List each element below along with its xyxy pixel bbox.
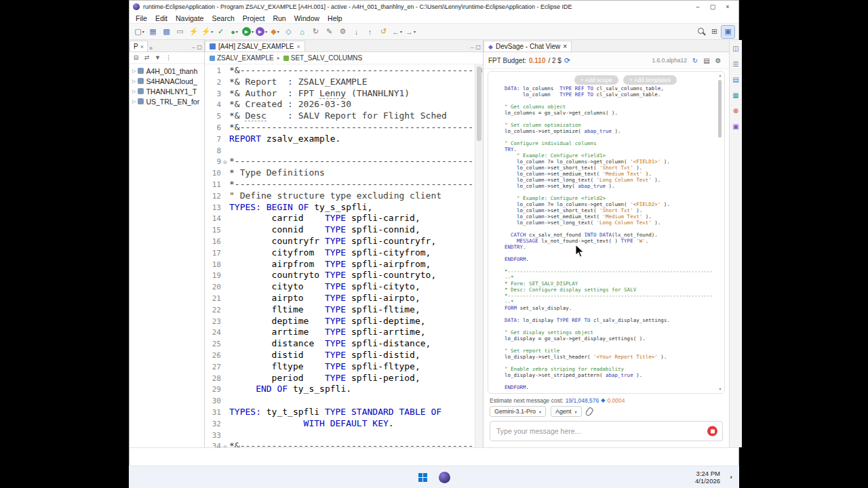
menu-file[interactable]: File [132, 14, 151, 22]
menu-help[interactable]: Help [323, 14, 347, 22]
tab-zsalv-example[interactable]: [A4H] ZSALV_EXAMPLE × [205, 41, 305, 52]
toggle-occurrences-button[interactable]: ⚙ [336, 26, 349, 38]
code-line[interactable]: 9⊖*-------------------------------------… [205, 156, 475, 167]
outline-view-icon[interactable]: ☰ [731, 59, 741, 69]
new-abap-object-button[interactable]: ◆▾ [269, 26, 281, 38]
save-button[interactable]: ▦ [146, 26, 159, 38]
problems-view-icon[interactable]: ⊗ [731, 106, 741, 116]
code-line[interactable]: 22 fltime TYPE spfli-fltime, [205, 304, 475, 316]
menu-window[interactable]: Window [290, 14, 323, 22]
settings-icon[interactable]: ⚙ [713, 54, 724, 66]
code-line[interactable]: 24 arrtime TYPE spfli-arrtime, [205, 327, 475, 338]
code-line[interactable]: 32 WITH DEFAULT KEY. [205, 418, 475, 430]
code-line[interactable]: 30 [205, 395, 475, 407]
add-scope-button[interactable]: + Add scope [574, 75, 618, 85]
filter-icon[interactable]: ▼ [153, 53, 163, 62]
maximize-button[interactable]: ▢ [705, 3, 720, 10]
run-button[interactable]: ▶▾ [241, 26, 254, 38]
code-line[interactable]: 17 cityfrom TYPE spfli-cityfrom, [205, 247, 475, 259]
notification-tray-icon[interactable]: ◗ [730, 474, 733, 481]
code-line[interactable]: 14 carrid TYPE spfli-carrid, [205, 213, 475, 224]
code-line[interactable]: 1 *&------------------------------------… [205, 65, 475, 77]
tab-project-explorer[interactable]: P × [130, 41, 148, 52]
activate-button[interactable]: ⚡ [187, 26, 200, 38]
previous-annotation-button[interactable]: ↑ [363, 26, 376, 38]
scrollbar-thumb[interactable] [477, 66, 481, 141]
code-line[interactable]: 31 TYPES: ty_t_spfli TYPE STANDARD TABLE… [205, 407, 475, 418]
close-button[interactable]: × [720, 3, 735, 10]
abap-perspective-button[interactable]: ▣ [722, 26, 734, 38]
code-line[interactable]: 3 *& Author : FPT Lenny (THANHLNY1) [205, 88, 475, 100]
minimize-view-icon[interactable]: – [192, 44, 195, 50]
breadcrumb-item-form[interactable]: SET_SALV_COLUMNS [283, 54, 362, 62]
maximize-view-icon[interactable]: ▢ [475, 44, 481, 50]
expand-arrow-icon[interactable]: ▷ [132, 89, 136, 94]
message-input[interactable] [490, 421, 723, 441]
code-line[interactable]: 27 fltype TYPE spfli-fltype, [205, 361, 475, 373]
tab-devsage-chat[interactable]: ◆ DevSage - Chat View × [484, 41, 572, 52]
code-line[interactable]: 10 * Type Definitions [205, 167, 475, 179]
mass-activate-button[interactable]: ⚡▾ [201, 26, 214, 38]
back-button[interactable]: ←▾ [391, 26, 403, 38]
code-line[interactable]: 8 [205, 145, 475, 157]
scroll-up-icon[interactable]: ▴ [717, 73, 723, 78]
expand-arrow-icon[interactable]: ▷ [132, 68, 136, 74]
tree-item-project[interactable]: ▷S4HANACloud_ [130, 76, 204, 86]
code-line[interactable]: 7 REPORT zsalv_example. [205, 134, 475, 145]
code-line[interactable]: 33 [205, 430, 475, 441]
code-line[interactable]: 16 countryfr TYPE spfli-countryfr, [205, 236, 475, 247]
debug-button[interactable]: ●▾ [228, 26, 241, 38]
minimize-view-icon[interactable]: – [471, 44, 473, 50]
code-line[interactable]: 5 *& Desc : SALV Report for Flight Sched [205, 110, 475, 122]
stop-button[interactable] [707, 426, 717, 436]
close-icon[interactable]: × [140, 43, 144, 50]
windows-start-button[interactable] [418, 473, 427, 482]
model-selector[interactable]: Gemini-3.1-Pro ▾ [490, 406, 546, 417]
code-line[interactable]: 6 *&------------------------------------… [205, 122, 475, 134]
code-line[interactable]: 23 deptime TYPE spfli-deptime, [205, 316, 475, 327]
tree-item-project[interactable]: ▷THANHLNY1_T [130, 86, 204, 96]
attach-file-icon[interactable] [585, 406, 594, 416]
taskbar-clock[interactable]: 3:24 PM 4/1/2026 [695, 470, 720, 485]
refresh-button[interactable]: ↻ [309, 26, 322, 38]
open-perspective-button[interactable]: ⊞ [708, 26, 721, 38]
open-development-object-button[interactable]: ◇ [282, 26, 295, 38]
search-button[interactable] [694, 26, 707, 38]
code-line[interactable]: 15 connid TYPE spfli-connid, [205, 224, 475, 236]
unit-test-view-icon[interactable]: ▤ [731, 75, 741, 85]
transport-view-icon[interactable]: ▦ [731, 90, 741, 100]
tab-overflow-icon[interactable]: » [149, 45, 153, 52]
refresh-budget-icon[interactable]: ⟳ [564, 56, 570, 65]
code-line[interactable]: 20 cityto TYPE spfli-cityto, [205, 281, 475, 293]
last-edit-location-button[interactable]: ↺ [377, 26, 390, 38]
atc-check-button[interactable]: ✓ [214, 26, 227, 38]
link-with-editor-icon[interactable]: ⇄ [142, 53, 152, 62]
print-button[interactable]: ▭ [174, 26, 186, 38]
taskbar-eclipse-icon[interactable] [439, 472, 450, 483]
code-line[interactable]: 2 *& Report : ZSALV_EXAMPLE [205, 77, 475, 88]
expand-arrow-icon[interactable]: ▷ [132, 99, 136, 104]
forward-button[interactable]: →▾ [404, 26, 417, 38]
scroll-down-icon[interactable]: ▾ [717, 387, 723, 392]
code-line[interactable]: 12 " Define structure type excluding cli… [205, 190, 475, 202]
expand-arrow-icon[interactable]: ▷ [132, 79, 136, 84]
view-menu-icon[interactable]: ⋮ [163, 53, 174, 62]
breadcrumb-item-report[interactable]: ZSALV_EXAMPLE [210, 54, 274, 62]
menu-project[interactable]: Project [239, 14, 269, 22]
document-icon[interactable]: ▤ [701, 54, 712, 66]
restore-panel-icon[interactable]: ◫ [731, 43, 741, 54]
save-all-button[interactable]: ▩ [160, 26, 173, 38]
templates-view-icon[interactable]: ▣ [731, 121, 741, 131]
collapse-all-icon[interactable]: ⊟ [131, 53, 141, 62]
agent-mode-selector[interactable]: Agent ▾ [551, 406, 582, 417]
code-line[interactable]: 28 period TYPE spfli-period, [205, 373, 475, 384]
code-line[interactable]: 34⊖*&-----------------------------------… [205, 441, 475, 447]
code-line[interactable]: 26 distid TYPE spfli-distid, [205, 350, 475, 361]
profile-button[interactable]: ▶▾ [255, 26, 268, 38]
add-templates-button[interactable]: + Add templates [623, 75, 677, 85]
code-editor[interactable]: 1 *&------------------------------------… [205, 64, 483, 447]
code-line[interactable]: 18 airpfrom TYPE spfli-airpfrom, [205, 259, 475, 270]
menu-run[interactable]: Run [269, 14, 290, 22]
code-line[interactable]: 13 TYPES: BEGIN OF ty_s_spfli, [205, 202, 475, 214]
annotate-button[interactable]: ✎ [323, 26, 336, 38]
